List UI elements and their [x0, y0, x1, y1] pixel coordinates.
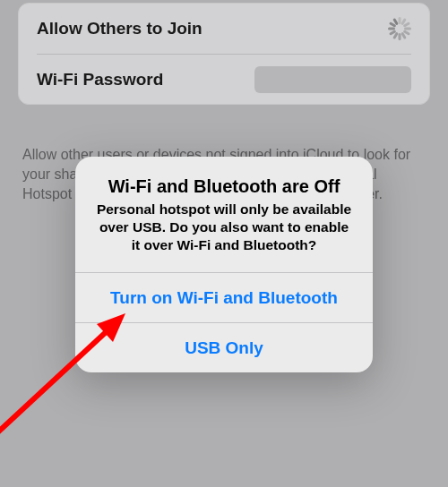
turn-on-wifi-bluetooth-button[interactable]: Turn on Wi-Fi and Bluetooth [75, 272, 373, 322]
alert-message: Personal hotspot will only be available … [95, 201, 353, 254]
alert-body: Wi-Fi and Bluetooth are Off Personal hot… [75, 157, 373, 272]
alert-dialog: Wi-Fi and Bluetooth are Off Personal hot… [75, 157, 373, 372]
usb-only-button[interactable]: USB Only [75, 322, 373, 372]
alert-title: Wi-Fi and Bluetooth are Off [95, 176, 353, 197]
